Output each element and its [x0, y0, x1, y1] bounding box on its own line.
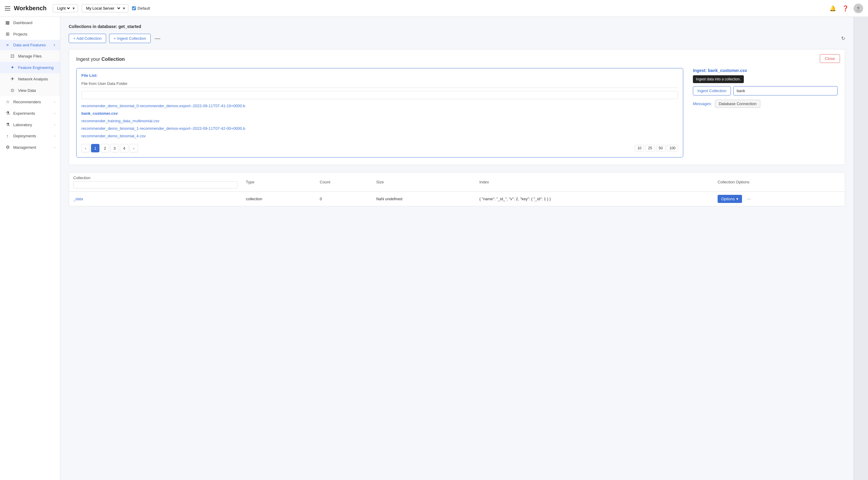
server-selector[interactable]: My Local Server Remote Server ▾	[82, 4, 128, 12]
collection-filter-input[interactable]	[73, 181, 238, 188]
management-icon: ⚙	[5, 144, 10, 150]
user-avatar[interactable]	[854, 4, 863, 13]
file-item[interactable]: recommender_training_data_multinomial.cs…	[82, 117, 678, 125]
ingest-filename-label: Ingest: bank_customer.csv	[693, 68, 838, 73]
feature-eng-icon: ✦	[10, 65, 15, 70]
data-features-icon: ≡	[5, 43, 10, 47]
menu-icon[interactable]	[5, 6, 10, 10]
page-size-100[interactable]: 100	[667, 145, 678, 151]
ingest-right-panel: Ingest: bank_customer.csv Ingest data in…	[693, 68, 838, 158]
page-size-25[interactable]: 25	[645, 145, 655, 151]
cell-collection: _data	[69, 192, 242, 206]
collection-name-input[interactable]	[733, 86, 838, 96]
sidebar-item-management[interactable]: ⚙ Management ‹	[0, 141, 60, 153]
page-1-button[interactable]: 1	[91, 144, 99, 152]
col-collection: Collection	[69, 173, 242, 192]
cell-type: collection	[242, 192, 315, 206]
file-item[interactable]: recommender_demo_binomial_1-recommender_…	[82, 125, 678, 132]
sidebar-item-projects[interactable]: ⊞ Projects	[0, 28, 60, 40]
col-options: Collection Options	[713, 173, 845, 192]
more-options-icon: ···	[747, 196, 751, 201]
cell-size: NaN undefined	[372, 192, 475, 206]
deployments-chevron-icon: ‹	[54, 134, 55, 138]
col-type: Type	[242, 173, 315, 192]
sidebar-item-data-features[interactable]: ≡ Data and Features ▾	[0, 40, 60, 50]
file-list-section: File List: File from User Data Folder re…	[76, 68, 683, 158]
file-folder-label: File from User Data Folder	[82, 81, 678, 88]
sidebar-item-view-data[interactable]: ⊙ View Data	[0, 84, 60, 96]
recommenders-chevron-icon: ‹	[54, 100, 55, 104]
col-size: Size	[372, 173, 475, 192]
more-options-button[interactable]: ···	[744, 195, 753, 203]
svg-point-0	[857, 7, 860, 9]
sidebar: ▦ Dashboard ⊞ Projects ≡ Data and Featur…	[0, 17, 60, 480]
ingest-collection-action-button[interactable]: Ingest Collection	[693, 86, 731, 96]
page-size-50[interactable]: 50	[656, 145, 665, 151]
sidebar-item-deployments[interactable]: ↑ Deployments ‹	[0, 130, 60, 141]
file-search-input[interactable]	[82, 91, 678, 99]
col-count: Count	[315, 173, 372, 192]
sidebar-label-manage-files: Manage Files	[18, 54, 55, 59]
server-select-input[interactable]: My Local Server Remote Server	[85, 6, 121, 11]
sidebar-label-recommenders: Recommenders	[13, 100, 51, 104]
server-chevron-icon: ▾	[123, 6, 125, 10]
ingest-collection-button[interactable]: + Ingest Collection	[109, 34, 150, 43]
sidebar-item-laboratory[interactable]: ⚗ Laboratory ‹	[0, 119, 60, 130]
sidebar-item-manage-files[interactable]: ⊡ Manage Files	[0, 50, 60, 62]
page-3-button[interactable]: 3	[110, 144, 119, 152]
theme-selector[interactable]: Light Dark ▾	[53, 4, 78, 12]
sidebar-item-feature-engineering[interactable]: ✦ Feature Engineering	[0, 62, 60, 73]
default-toggle: Default	[132, 6, 150, 10]
collection-link[interactable]: _data	[73, 197, 83, 201]
theme-select-input[interactable]: Light Dark	[56, 6, 71, 11]
laboratory-icon: ⚗	[5, 122, 10, 127]
sidebar-label-network-analysis: Network Analysis	[18, 77, 55, 81]
close-button[interactable]: Close	[820, 54, 840, 63]
ingest-collection-label: + Ingest Collection	[114, 36, 146, 41]
page-prev-button[interactable]: ‹	[82, 144, 90, 152]
pagination: ‹ 1 2 3 4 › 10 25 50 100	[82, 144, 678, 152]
network-icon: ✈	[10, 76, 15, 81]
page-size-10[interactable]: 10	[635, 145, 644, 151]
notifications-icon[interactable]: 🔔	[828, 4, 837, 13]
recommenders-icon: ☆	[5, 99, 10, 104]
default-checkbox[interactable]	[132, 6, 136, 10]
svg-point-1	[856, 10, 861, 11]
sidebar-item-dashboard[interactable]: ▦ Dashboard	[0, 17, 60, 28]
help-icon[interactable]: ❓	[841, 4, 850, 13]
page-4-button[interactable]: 4	[120, 144, 128, 152]
experiments-chevron-icon: ‹	[54, 112, 55, 115]
page-next-button[interactable]: ›	[130, 144, 138, 152]
file-item[interactable]: recommender_demo_binomial_0-recommender_…	[82, 102, 678, 110]
sidebar-label-management: Management	[13, 145, 51, 150]
cell-index: { "name": "_id_", "v": 2, "key": { "_id"…	[475, 192, 713, 206]
sidebar-item-recommenders[interactable]: ☆ Recommenders ‹	[0, 96, 60, 107]
file-item-selected[interactable]: bank_customer.csv	[82, 110, 678, 117]
db-header: Collections in database: get_started	[69, 24, 845, 29]
cell-count: 0	[315, 192, 372, 206]
options-label: Options	[721, 197, 735, 201]
sidebar-item-experiments[interactable]: ⚗ Experiments ‹	[0, 107, 60, 119]
sidebar-label-deployments: Deployments	[13, 134, 51, 138]
page-2-button[interactable]: 2	[101, 144, 109, 152]
refresh-button[interactable]: ↻	[841, 36, 845, 41]
file-item[interactable]: recommender_demo_binomial_4.csv	[82, 132, 678, 140]
options-button[interactable]: Options ▾	[718, 195, 742, 203]
minus-button[interactable]: —	[154, 35, 161, 41]
collections-table-section: Collection Type Count Size Index Collect…	[69, 172, 845, 206]
sidebar-item-network-analysis[interactable]: ✈ Network Analysis	[0, 73, 60, 84]
minus-label: —	[155, 35, 160, 41]
experiments-icon: ⚗	[5, 110, 10, 116]
projects-icon: ⊞	[5, 31, 10, 37]
sidebar-label-feature-engineering: Feature Engineering	[18, 65, 55, 70]
db-connection-badge: Database Connection	[715, 100, 761, 108]
table-row: _data collection 0 NaN undefined { "name…	[69, 192, 845, 206]
sidebar-label-experiments: Experiments	[13, 111, 51, 116]
refresh-icon: ↻	[841, 36, 845, 41]
cell-options: Options ▾ ···	[713, 192, 845, 206]
add-collection-button[interactable]: + Add Collection	[69, 34, 106, 43]
theme-chevron-icon: ▾	[73, 6, 75, 10]
dashboard-icon: ▦	[5, 20, 10, 25]
default-label: Default	[138, 6, 150, 10]
ingest-action-row: Ingest Collection	[693, 86, 838, 96]
